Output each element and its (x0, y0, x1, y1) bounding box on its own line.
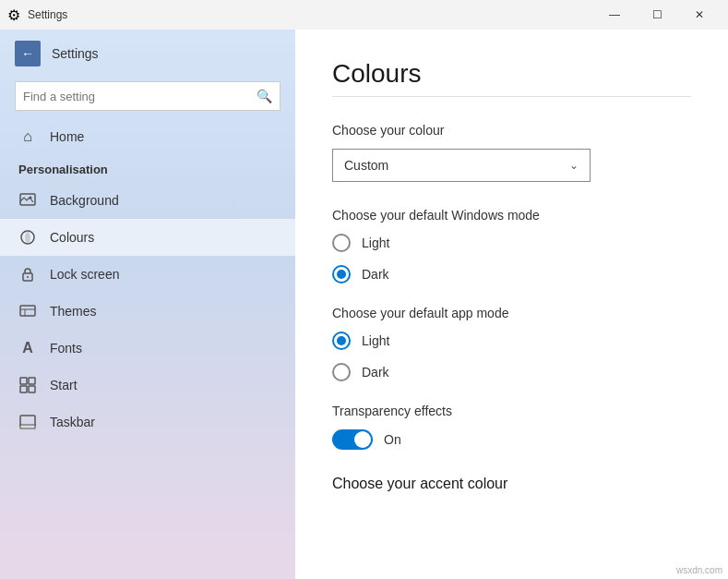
app-body: ← Settings 🔍 ⌂ Home Personalisation Back… (0, 30, 728, 579)
windows-dark-radio[interactable] (332, 265, 351, 283)
sidebar-item-fonts-label: Fonts (50, 341, 82, 356)
windows-light-radio[interactable] (332, 234, 351, 252)
sidebar-section-label: Personalisation (0, 155, 295, 182)
transparency-toggle-row: On (332, 429, 691, 450)
transparency-toggle[interactable] (332, 429, 373, 450)
start-icon (18, 376, 37, 394)
search-input[interactable] (23, 90, 251, 103)
sidebar-item-home-label: Home (50, 129, 84, 144)
back-icon: ← (21, 46, 34, 61)
maximize-button[interactable]: ☐ (636, 0, 678, 30)
title-bar-controls: — ☐ ✕ (593, 0, 721, 30)
choose-colour-heading: Choose your colour (332, 123, 691, 138)
sidebar-item-taskbar[interactable]: Taskbar (0, 404, 295, 440)
sidebar-item-fonts[interactable]: A Fonts (0, 330, 295, 367)
colour-dropdown-value: Custom (344, 158, 388, 173)
app-icon: ⚙ (7, 6, 20, 24)
app-mode-heading: Choose your default app mode (332, 306, 691, 320)
lock-icon (18, 265, 37, 283)
chevron-down-icon: ⌄ (569, 159, 579, 172)
app-light-radio[interactable] (332, 332, 351, 350)
svg-rect-5 (20, 306, 35, 316)
title-bar: ⚙ Settings — ☐ ✕ (0, 0, 728, 30)
title-bar-title: Settings (28, 8, 67, 21)
home-icon: ⌂ (18, 127, 37, 146)
svg-rect-10 (20, 386, 27, 392)
sidebar-item-background-label: Background (50, 193, 119, 208)
windows-dark-label: Dark (362, 267, 389, 282)
colours-icon (18, 228, 37, 247)
sidebar-item-start-label: Start (50, 378, 78, 392)
app-dark-option[interactable]: Dark (332, 363, 691, 381)
sidebar-header: ← Settings (0, 30, 295, 78)
sidebar-item-background[interactable]: Background (0, 182, 295, 219)
sidebar-item-themes[interactable]: Themes (0, 293, 295, 330)
minimize-button[interactable]: — (593, 0, 636, 30)
themes-icon (18, 302, 37, 320)
app-light-option[interactable]: Light (332, 332, 691, 350)
sidebar: ← Settings 🔍 ⌂ Home Personalisation Back… (0, 30, 295, 579)
windows-mode-group: Light Dark (332, 234, 691, 283)
sidebar-item-colours[interactable]: Colours (0, 219, 295, 256)
svg-rect-11 (29, 386, 35, 392)
sidebar-item-colours-label: Colours (50, 230, 94, 245)
svg-rect-9 (29, 378, 35, 384)
sidebar-item-start[interactable]: Start (0, 367, 295, 404)
windows-dark-option[interactable]: Dark (332, 265, 691, 283)
svg-point-1 (30, 197, 32, 199)
back-button[interactable]: ← (15, 41, 41, 66)
page-title-divider (332, 96, 691, 97)
sidebar-item-themes-label: Themes (50, 304, 97, 319)
transparency-heading: Transparency effects (332, 404, 691, 418)
title-bar-left: ⚙ Settings (7, 6, 67, 24)
main-content: Colours Choose your colour Custom ⌄ Choo… (295, 30, 728, 579)
windows-mode-heading: Choose your default Windows mode (332, 208, 691, 223)
sidebar-item-home[interactable]: ⌂ Home (0, 118, 295, 155)
transparency-toggle-label: On (384, 432, 401, 447)
colour-dropdown[interactable]: Custom ⌄ (332, 149, 591, 182)
svg-rect-8 (20, 378, 27, 384)
close-button[interactable]: ✕ (678, 0, 721, 30)
svg-point-4 (27, 276, 29, 278)
taskbar-icon (18, 413, 37, 431)
svg-rect-13 (20, 425, 35, 428)
app-dark-radio[interactable] (332, 363, 351, 381)
sidebar-item-lock-screen-label: Lock screen (50, 267, 119, 282)
search-box[interactable]: 🔍 (15, 81, 280, 111)
app-mode-group: Light Dark (332, 332, 691, 381)
search-icon: 🔍 (257, 89, 272, 103)
windows-light-label: Light (362, 235, 389, 250)
windows-light-option[interactable]: Light (332, 234, 691, 252)
sidebar-app-title: Settings (52, 46, 99, 61)
page-title: Colours (332, 59, 691, 89)
accent-colour-heading: Choose your accent colour (332, 476, 691, 492)
sidebar-item-lock-screen[interactable]: Lock screen (0, 256, 295, 293)
background-icon (18, 191, 37, 210)
fonts-icon: A (18, 339, 37, 357)
app-light-label: Light (362, 333, 389, 348)
sidebar-item-taskbar-label: Taskbar (50, 415, 95, 429)
app-dark-label: Dark (362, 365, 389, 380)
